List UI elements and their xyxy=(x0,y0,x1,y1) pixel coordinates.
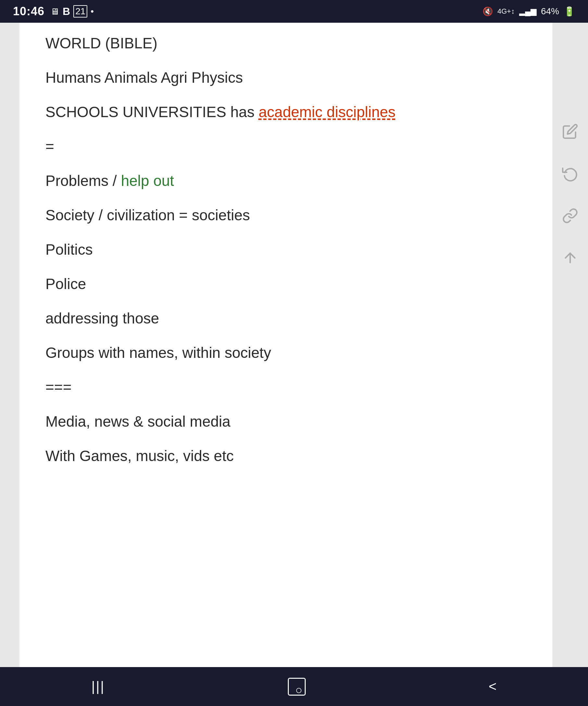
line-society-text: Society / civilization = societies xyxy=(45,207,250,224)
line-games: With Games, music, vids etc xyxy=(45,448,533,463)
link-academic-disciplines[interactable]: academic disciplines xyxy=(259,104,396,120)
line-equals: = xyxy=(45,139,533,154)
status-bar: 10:46 🖥 B 21 • 🔇 4G+↕ ▂▄▆ 64% 🔋 xyxy=(0,0,588,23)
bold-icon: B xyxy=(63,5,70,17)
history-button[interactable] xyxy=(559,162,582,185)
scroll-top-button[interactable] xyxy=(559,246,582,269)
usb-icon: 🖥 xyxy=(50,6,60,17)
line-addressing-text: addressing those xyxy=(45,310,159,327)
line-groups: Groups with names, within society xyxy=(45,345,533,360)
line-humans-animals-text: Humans Animals Agri Physics xyxy=(45,69,243,86)
line-police-text: Police xyxy=(45,275,86,292)
line-equals-text: = xyxy=(45,138,54,155)
line-schools-universities: SCHOOLS UNIVERSITIES has academic discip… xyxy=(45,105,533,119)
battery-level: 64% xyxy=(541,6,559,16)
main-wrapper: WORLD (BIBLE) Humans Animals Agri Physic… xyxy=(0,23,588,667)
link-button[interactable] xyxy=(559,204,582,227)
line-problems: Problems / help out xyxy=(45,173,533,188)
back-icon: < xyxy=(489,679,497,694)
line-police: Police xyxy=(45,276,533,291)
status-bar-left: 10:46 🖥 B 21 • xyxy=(13,5,94,18)
status-time: 10:46 xyxy=(13,5,44,18)
line-world-bible-text: WORLD (BIBLE) xyxy=(45,35,157,51)
home-button[interactable]: ○ xyxy=(268,671,325,702)
edit-button[interactable] xyxy=(559,120,582,143)
line-world-bible: WORLD (BIBLE) xyxy=(45,36,533,51)
line-politics: Politics xyxy=(45,242,533,257)
back-button[interactable]: < xyxy=(469,672,516,701)
home-icon: ○ xyxy=(288,678,306,696)
battery-icon: 🔋 xyxy=(564,6,575,17)
line-humans-animals: Humans Animals Agri Physics xyxy=(45,70,533,85)
line-media-text: Media, news & social media xyxy=(45,413,230,430)
recents-icon: ||| xyxy=(91,679,105,694)
dot-icon: • xyxy=(90,6,94,16)
calendar-icon: 21 xyxy=(73,5,87,17)
link-help-out[interactable]: help out xyxy=(121,172,174,189)
line-media: Media, news & social media xyxy=(45,414,533,429)
line-politics-text: Politics xyxy=(45,241,93,258)
status-bar-right: 🔇 4G+↕ ▂▄▆ 64% 🔋 xyxy=(482,6,575,17)
line-society: Society / civilization = societies xyxy=(45,208,533,223)
line-problems-prefix: Problems / xyxy=(45,172,121,189)
mute-icon: 🔇 xyxy=(482,6,493,16)
bottom-nav: ||| ○ < xyxy=(0,667,588,706)
signal-icon: ▂▄▆ xyxy=(519,7,537,16)
line-groups-text: Groups with names, within society xyxy=(45,344,271,361)
left-sidebar xyxy=(0,23,19,667)
content-area[interactable]: WORLD (BIBLE) Humans Animals Agri Physic… xyxy=(19,23,552,667)
line-schools-prefix: SCHOOLS UNIVERSITIES has xyxy=(45,104,259,120)
line-addressing: addressing those xyxy=(45,311,533,326)
line-games-text: With Games, music, vids etc xyxy=(45,447,234,464)
line-triple-equals: === xyxy=(45,380,533,395)
network-icon: 4G+↕ xyxy=(498,7,515,15)
right-sidebar xyxy=(552,23,588,667)
status-icons: 🖥 B 21 • xyxy=(50,5,94,17)
line-triple-equals-text: === xyxy=(45,379,72,395)
recents-button[interactable]: ||| xyxy=(72,672,125,701)
